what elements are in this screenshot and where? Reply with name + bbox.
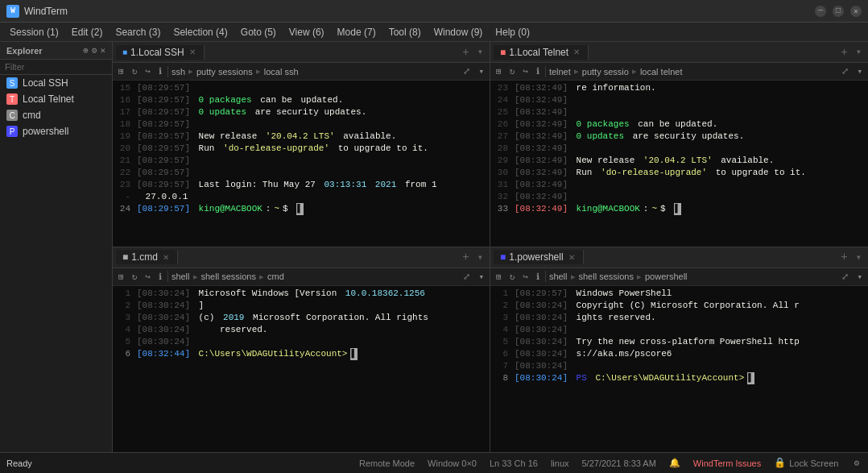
toolbar-telnet-info[interactable]: ℹ [534,65,542,77]
toolbar-cmd-btn3[interactable]: ↪ [143,271,153,283]
term-line-ps-5: 5 [08:30:24] Try the new cross-platform … [490,336,868,348]
toolbar-ssh-info[interactable]: ℹ [156,65,164,77]
tab-add-ps[interactable]: + [836,251,852,263]
menu-selection[interactable]: Selection (4) [167,25,234,39]
tab-menu-ssh[interactable]: ▾ [474,46,486,58]
toolbar-cmd-info[interactable]: ℹ [156,271,164,283]
term-line-ssh-23: 23 [08:29:57] Last login: Thu May 27 03:… [113,179,490,191]
tab-menu-ps[interactable]: ▾ [853,251,865,263]
tab-bar-ssh: ■ 1.Local SSH ✕ + ▾ [113,42,490,63]
tab-ssh-label: 1.Local SSH [130,47,184,58]
toolbar-ps-expand[interactable]: ⤢ [839,271,851,283]
toolbar-ps-btn1[interactable]: ⊞ [494,271,504,283]
sidebar-item-cmd[interactable]: C cmd [0,107,112,123]
tab-telnet-close[interactable]: ✕ [573,48,580,56]
toolbar-telnet-btn2[interactable]: ↻ [507,65,518,77]
breadcrumb-part2-ssh: putty sessions [196,67,253,77]
menu-session[interactable]: Session (1) [3,25,65,39]
content-area: ■ 1.Local SSH ✕ + ▾ ⊞ ↻ ↪ ℹ ssh [113,42,868,452]
sidebar-new-icon[interactable]: ⊕ [83,45,89,56]
toolbar-ssh-btn2[interactable]: ↻ [130,65,140,77]
lock-screen-button[interactable]: 🔒 Lock Screen [774,457,838,469]
toolbar-end-telnet: ⤢ ▾ [839,65,865,77]
menu-window[interactable]: Window (9) [428,25,490,39]
filter-box: Filter [0,60,112,75]
app-title: WindTerm [24,6,815,17]
term-line-t-28: 28 [08:32:49] [490,143,868,155]
toolbar-telnet-down[interactable]: ▾ [854,65,865,77]
term-line-ssh-17: 17 [08:29:57] 0 updates are security upd… [113,106,490,118]
tab-menu-telnet[interactable]: ▾ [853,46,865,58]
toolbar-cmd-expand[interactable]: ⤢ [461,271,473,283]
toolbar-ps-btn3[interactable]: ↪ [520,271,531,283]
toolbar-telnet-btn1[interactable]: ⊞ [494,65,504,77]
sidebar-settings-icon[interactable]: ⚙ [92,45,97,56]
menu-search[interactable]: Search (3) [109,25,167,39]
term-line-ps-2: 2 [08:30:24] Copyright (C) Microsoft Cor… [490,300,868,312]
sidebar: Explorer ⊕ ⚙ ✕ Filter S Local SSH T Loca… [0,42,113,452]
term-line-ssh-19: 19 [08:29:57] New release '20.04.2 LTS' … [113,131,490,143]
term-line-t-24: 24 [08:32:49] [490,94,868,106]
menu-mode[interactable]: Mode (7) [331,25,382,39]
breadcrumb-part3-ps: powershell [645,272,688,281]
tab-ssh-close[interactable]: ✕ [189,48,196,56]
tab-ps-label: 1.powershell [509,251,563,263]
sidebar-close-icon[interactable]: ✕ [100,45,105,56]
breadcrumb-part3-cmd: cmd [267,272,284,281]
tab-cmd-close[interactable]: ✕ [163,253,169,262]
status-issues[interactable]: WindTerm Issues [693,458,761,468]
toolbar-telnet-expand[interactable]: ⤢ [839,65,851,77]
toolbar-cmd-btn1[interactable]: ⊞ [116,271,126,283]
tab-ps[interactable]: ■ 1.powershell ✕ [494,250,584,264]
tab-add-telnet[interactable]: + [836,46,852,59]
toolbar-ps-btn2[interactable]: ↻ [507,271,518,283]
terminal-telnet[interactable]: 23 [08:32:49] re information. 24 [08:32:… [490,81,868,247]
toolbar-ssh-expand[interactable]: ⤢ [461,65,473,77]
toolbar-ssh-down[interactable]: ▾ [476,65,486,77]
terminal-ps[interactable]: 1 [08:29:57] Windows PowerShell 2 [08:30… [490,286,868,453]
term-line-ssh-20: 20 [08:29:57] Run 'do-release-upgrade' t… [113,143,490,155]
tab-cmd-icon: ■ [122,251,128,263]
status-settings-icon[interactable]: ⚙ [851,457,862,469]
terminal-ssh[interactable]: 15 [08:29:57] 16 [08:29:57] 0 packages c… [113,81,490,247]
minimize-button[interactable]: ─ [815,6,826,17]
sidebar-item-powershell[interactable]: P powershell [0,123,112,139]
tab-add-cmd[interactable]: + [457,251,473,263]
window-controls: ─ □ ✕ [815,6,862,17]
tab-telnet-icon: ■ [500,47,506,58]
breadcrumb-arrow1-ssh: ▸ [188,66,193,77]
toolbar-ssh-btn1[interactable]: ⊞ [116,65,126,77]
tab-cmd-label: 1.cmd [131,251,158,263]
sidebar-item-local-ssh[interactable]: S Local SSH [0,75,112,91]
tab-telnet[interactable]: ■ 1.Local Telnet ✕ [494,45,589,60]
sidebar-item-label-ps: powershell [23,126,68,137]
tab-ps-close[interactable]: ✕ [568,253,575,262]
toolbar-ssh-btn3[interactable]: ↪ [143,65,153,77]
maximize-button[interactable]: □ [833,6,844,17]
term-line-ps-4: 4 [08:30:24] [490,324,868,336]
toolbar-cmd-down[interactable]: ▾ [476,271,486,283]
toolbar-cmd-btn2[interactable]: ↻ [130,271,140,283]
pane-telnet: ■ 1.Local Telnet ✕ + ▾ ⊞ ↻ ↪ ℹ telnet [490,42,868,247]
menu-help[interactable]: Help (0) [489,25,536,39]
breadcrumb-part2-ps: shell sessions [579,272,634,281]
breadcrumb-arrow1-cmd: ▸ [193,272,198,282]
toolbar-ps-down[interactable]: ▾ [854,271,865,283]
tab-ssh[interactable]: ■ 1.Local SSH ✕ [116,45,205,60]
toolbar-telnet-btn3[interactable]: ↪ [520,65,531,77]
tab-menu-cmd[interactable]: ▾ [474,251,486,263]
menu-edit[interactable]: Edit (2) [65,25,110,39]
tab-add-ssh[interactable]: + [457,46,473,59]
term-line-ssh-16: 16 [08:29:57] 0 packages can be updated. [113,94,490,106]
breadcrumb-telnet: telnet ▸ putty sessio ▸ local telnet [549,66,837,77]
toolbar-ps-info[interactable]: ℹ [534,271,542,283]
close-button[interactable]: ✕ [850,6,862,17]
title-bar: W WindTerm ─ □ ✕ [0,0,868,23]
menu-view[interactable]: View (6) [283,25,331,39]
menu-goto[interactable]: Goto (5) [234,25,283,39]
terminal-cmd[interactable]: 1 [08:30:24] Microsoft Windows [Version … [113,286,490,453]
tab-cmd[interactable]: ■ 1.cmd ✕ [116,250,178,264]
menu-tool[interactable]: Tool (8) [382,25,428,39]
status-ready: Ready [6,458,32,468]
sidebar-item-local-telnet[interactable]: T Local Telnet [0,91,112,107]
